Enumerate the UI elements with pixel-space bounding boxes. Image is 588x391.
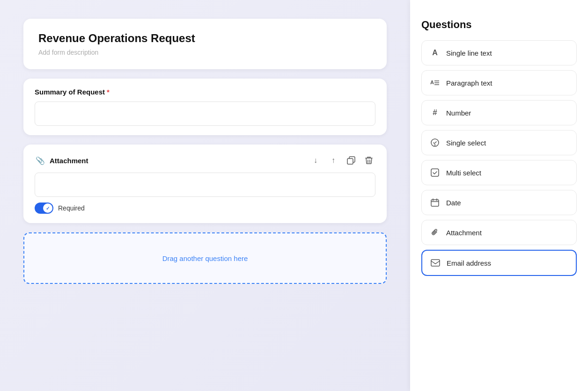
form-title: Revenue Operations Request [38,32,372,45]
attachment-label: Attachment [50,157,88,165]
svg-rect-11 [431,260,440,266]
attachment-header: 📎 Attachment ↓ ↑ [35,154,375,167]
number-icon: # [429,107,441,118]
number-label: Number [446,109,471,117]
questions-title: Questions [421,19,577,31]
date-label: Date [446,199,461,207]
multi-select-icon [429,167,441,178]
svg-rect-6 [431,169,439,176]
svg-text:A: A [430,80,434,85]
required-toggle-row: Required [35,203,375,214]
question-item-email[interactable]: Email address [421,250,577,276]
email-icon [430,257,441,268]
svg-rect-7 [431,200,439,206]
single-line-icon: A [429,47,441,58]
required-star: * [107,88,110,96]
toggle-knob [43,203,52,213]
email-label: Email address [447,259,491,267]
attachment-input[interactable] [35,173,375,197]
single-select-icon [429,137,441,148]
question-item-multi-select[interactable]: Multi select [421,160,577,185]
questions-panel: Questions A Single line text A Paragraph… [410,0,588,391]
summary-field-card: Summary of Request * [23,79,387,135]
attachment-field-card: 📎 Attachment ↓ ↑ [23,145,387,223]
required-toggle[interactable] [35,203,53,214]
multi-select-label: Multi select [446,169,481,177]
delete-button[interactable] [362,154,375,167]
drop-zone-text: Drag another question here [162,254,248,262]
move-up-button[interactable]: ↑ [327,154,340,167]
attachment-icon: 📎 [35,155,46,166]
form-builder-panel: Revenue Operations Request Add form desc… [0,0,410,391]
attachment-q-icon [429,227,441,238]
attachment-q-label: Attachment [446,229,482,237]
single-select-label: Single select [446,139,486,147]
summary-input[interactable] [35,101,375,126]
duplicate-button[interactable] [345,154,358,167]
required-label: Required [58,204,85,212]
attachment-actions: ↓ ↑ [309,154,375,167]
svg-rect-0 [347,159,353,164]
date-icon [429,197,441,208]
paragraph-icon: A [429,77,441,88]
question-item-single-line[interactable]: A Single line text [421,40,577,65]
question-item-date[interactable]: Date [421,190,577,215]
paragraph-label: Paragraph text [446,79,492,87]
attachment-label-group: 📎 Attachment [35,155,88,166]
question-item-attachment[interactable]: Attachment [421,220,577,245]
form-title-card: Revenue Operations Request Add form desc… [23,19,387,69]
summary-field-label: Summary of Request * [35,88,375,96]
move-down-button[interactable]: ↓ [309,154,322,167]
question-item-single-select[interactable]: Single select [421,130,577,155]
question-item-number[interactable]: # Number [421,100,577,125]
form-description[interactable]: Add form description [38,49,372,56]
single-line-label: Single line text [446,49,492,57]
drop-zone[interactable]: Drag another question here [23,232,387,284]
question-item-paragraph[interactable]: A Paragraph text [421,70,577,95]
